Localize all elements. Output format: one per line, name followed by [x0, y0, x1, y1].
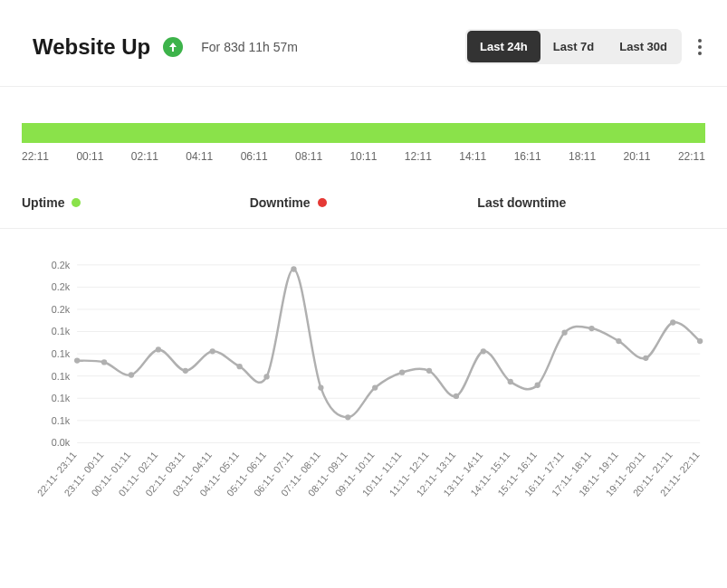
svg-point-19 [101, 359, 107, 365]
svg-point-36 [561, 330, 567, 336]
svg-point-25 [263, 374, 269, 379]
timeline-tick: 16:11 [514, 150, 541, 163]
range-selector: Last 24h Last 7d Last 30d [465, 29, 682, 64]
svg-text:0.2k: 0.2k [52, 281, 71, 292]
svg-point-24 [236, 364, 242, 369]
svg-point-20 [129, 372, 134, 377]
timeline-section: 22:1100:1102:1104:1106:1108:1110:1112:11… [0, 87, 727, 177]
timeline-tick: 02:11 [131, 150, 158, 163]
legend-uptime: Uptime [22, 195, 250, 210]
svg-point-39 [643, 356, 648, 361]
header: Website Up For 83d 11h 57m Last 24h Last… [0, 0, 727, 87]
timeline-tick: 00:11 [76, 150, 103, 163]
svg-point-26 [291, 266, 296, 271]
svg-text:0.2k: 0.2k [52, 304, 71, 315]
range-last-30d[interactable]: Last 30d [607, 31, 680, 62]
svg-point-34 [508, 379, 513, 384]
timeline-tick: 20:11 [623, 150, 650, 163]
status-duration: For 83d 11h 57m [201, 40, 298, 54]
svg-text:0.1k: 0.1k [52, 393, 71, 403]
range-last-7d[interactable]: Last 7d [540, 31, 607, 62]
timeline-tick: 06:11 [241, 150, 268, 163]
page-title: Website Up [33, 34, 150, 60]
legend-downtime-label: Downtime [250, 195, 311, 210]
timeline-tick: 04:11 [186, 150, 213, 163]
timeline-tick: 10:11 [349, 150, 377, 163]
line-chart-svg: 0.2k0.2k0.2k0.1k0.1k0.1k0.1k0.1k0.0k22:1… [33, 256, 709, 523]
svg-point-18 [74, 357, 80, 363]
uptime-dot-icon [72, 198, 81, 207]
downtime-dot-icon [318, 198, 327, 207]
header-left: Website Up For 83d 11h 57m [33, 34, 298, 60]
svg-point-40 [670, 319, 675, 325]
svg-text:0.0k: 0.0k [52, 437, 71, 448]
svg-point-41 [697, 338, 703, 344]
timeline-labels: 22:1100:1102:1104:1106:1108:1110:1112:11… [22, 150, 705, 163]
header-right: Last 24h Last 7d Last 30d [465, 29, 705, 64]
uptime-bar [22, 123, 705, 143]
svg-point-28 [345, 414, 350, 420]
legend-last-downtime: Last downtime [477, 195, 705, 210]
svg-point-27 [318, 384, 323, 390]
svg-point-29 [372, 384, 378, 390]
svg-text:0.1k: 0.1k [52, 348, 71, 359]
svg-point-21 [156, 346, 161, 352]
response-chart: 0.2k0.2k0.2k0.1k0.1k0.1k0.1k0.1k0.0k22:1… [0, 229, 727, 545]
svg-text:0.2k: 0.2k [52, 260, 71, 270]
legend-last-downtime-label: Last downtime [477, 195, 566, 210]
legend-row: Uptime Downtime Last downtime [0, 177, 727, 229]
svg-point-33 [481, 348, 486, 354]
timeline-tick: 14:11 [459, 150, 486, 163]
status-up-icon [163, 37, 183, 57]
more-menu-icon[interactable] [694, 35, 705, 59]
svg-point-23 [210, 348, 215, 354]
svg-point-22 [183, 368, 188, 374]
svg-text:0.1k: 0.1k [52, 326, 71, 337]
legend-uptime-label: Uptime [22, 195, 64, 210]
svg-point-32 [454, 394, 459, 399]
svg-point-30 [399, 370, 405, 375]
svg-text:0.1k: 0.1k [52, 415, 71, 426]
legend-downtime: Downtime [250, 195, 478, 210]
timeline-tick: 08:11 [295, 150, 322, 163]
timeline-tick: 12:11 [405, 150, 432, 163]
timeline-tick: 22:11 [22, 150, 49, 163]
svg-point-35 [535, 383, 540, 388]
range-last-24h[interactable]: Last 24h [467, 31, 540, 62]
timeline-tick: 22:11 [678, 150, 705, 163]
svg-point-37 [588, 326, 594, 331]
timeline-tick: 18:11 [569, 150, 596, 163]
svg-text:0.1k: 0.1k [52, 371, 71, 382]
svg-point-31 [426, 368, 432, 374]
svg-point-38 [616, 338, 621, 344]
